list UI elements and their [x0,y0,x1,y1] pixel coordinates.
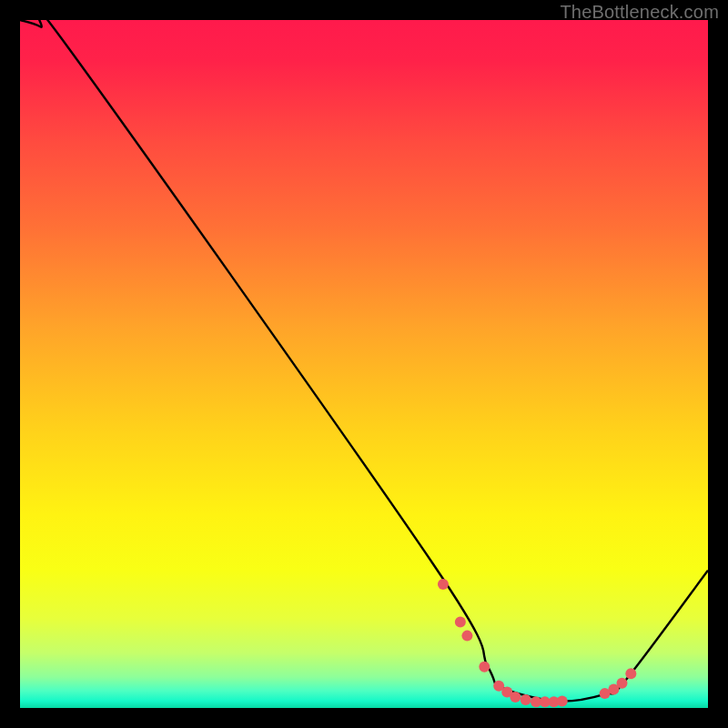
marker-point [461,631,472,642]
marker-point [617,678,628,689]
bottleneck-curve [20,20,708,702]
marker-point [438,579,449,590]
plot-area [20,20,708,708]
chart-container: TheBottleneck.com [0,0,728,728]
marker-point [479,662,490,672]
chart-svg [20,20,708,708]
marker-point [510,692,521,703]
marker-point [625,668,636,679]
marker-point [455,617,466,628]
marker-point [521,694,531,705]
sweet-spot-markers [438,579,636,707]
marker-point [557,695,568,706]
